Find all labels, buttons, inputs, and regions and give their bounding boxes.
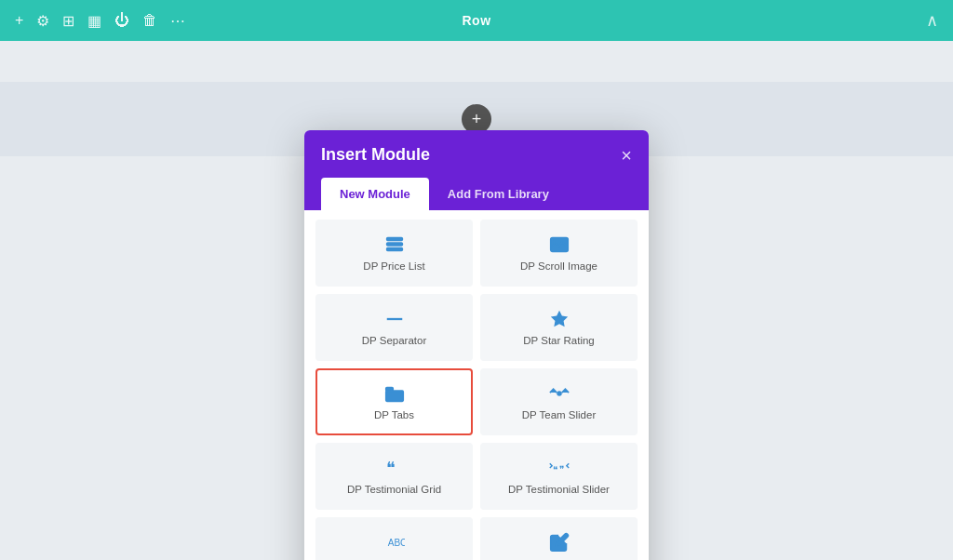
module-label: DP Price List [363, 260, 424, 272]
module-item-dp-text-highlighter[interactable]: DP Text Highlighter [480, 517, 638, 560]
module-item-dp-text-animator[interactable]: ABC DP Text Animator [315, 517, 473, 560]
modal-close-button[interactable]: × [621, 146, 632, 165]
svg-rect-0 [386, 238, 402, 241]
module-item-dp-scroll-image[interactable]: DP Scroll Image [480, 220, 638, 287]
toolbar-left: + ⚙ ⊞ ▦ ⏻ 🗑 ⋯ [15, 12, 185, 30]
toolbar-title: Row [462, 13, 490, 28]
module-label: DP Star Rating [523, 335, 595, 346]
layout-icon[interactable]: ⊞ [62, 12, 74, 30]
svg-rect-1 [386, 243, 402, 246]
svg-point-10 [557, 391, 562, 396]
tab-new-module[interactable]: New Module [321, 178, 429, 210]
quote-arrows-icon: ❝ ❞ [549, 458, 570, 478]
module-item-dp-price-list[interactable]: DP Price List [315, 220, 473, 287]
text-anim-icon: ABC [384, 532, 405, 553]
modal-header: Insert Module × New Module Add From Libr… [304, 130, 649, 210]
list-icon [384, 234, 405, 255]
star-icon [549, 309, 570, 329]
separator-icon [384, 309, 405, 329]
dots-icon[interactable]: ⋯ [170, 12, 185, 30]
module-grid: DP Price List DP Scroll Image [315, 220, 638, 560]
gear-icon[interactable]: ⚙ [36, 12, 49, 30]
modal-body[interactable]: DP Price List DP Scroll Image [304, 210, 649, 560]
toolbar: + ⚙ ⊞ ▦ ⏻ 🗑 ⋯ Row ∧ [0, 0, 953, 41]
svg-point-4 [554, 240, 557, 243]
module-label: DP Testimonial Slider [508, 484, 610, 495]
module-item-dp-testimonial-slider[interactable]: ❝ ❞ DP Testimonial Slider [480, 443, 638, 510]
tab-add-from-library[interactable]: Add From Library [429, 178, 568, 210]
add-icon[interactable]: + [15, 12, 23, 29]
power-icon[interactable]: ⏻ [114, 12, 129, 29]
trash-icon[interactable]: 🗑 [142, 12, 157, 29]
tabs-icon [384, 383, 405, 404]
modal-title: Insert Module [321, 145, 430, 165]
svg-marker-6 [550, 311, 567, 327]
quote-icon: ❝ [384, 458, 405, 478]
arrows-icon [549, 383, 570, 404]
svg-text:❝ ❞: ❝ ❞ [552, 464, 564, 474]
modal-title-row: Insert Module × [321, 145, 632, 165]
module-item-dp-testimonial-grid[interactable]: ❝ DP Testimonial Grid [315, 443, 473, 510]
insert-module-modal: Insert Module × New Module Add From Libr… [304, 130, 649, 560]
image-icon [549, 234, 570, 255]
module-label: DP Testimonial Grid [347, 484, 441, 495]
collapse-icon[interactable]: ∧ [926, 10, 938, 31]
plus-icon: + [472, 110, 482, 129]
module-item-dp-separator[interactable]: DP Separator [315, 294, 473, 361]
module-item-dp-tabs[interactable]: DP Tabs [315, 368, 473, 435]
svg-rect-8 [385, 391, 402, 401]
svg-text:ABC: ABC [387, 538, 404, 548]
canvas: + Insert Module × New Module Add From Li… [0, 41, 953, 560]
module-label: DP Separator [362, 335, 426, 346]
pencil-icon [549, 532, 570, 553]
modal-tabs: New Module Add From Library [321, 178, 632, 210]
module-label: DP Tabs [374, 409, 414, 420]
module-item-dp-team-slider[interactable]: DP Team Slider [480, 368, 638, 435]
module-label: DP Scroll Image [520, 260, 597, 272]
grid-icon[interactable]: ▦ [87, 12, 101, 30]
module-item-dp-star-rating[interactable]: DP Star Rating [480, 294, 638, 361]
svg-text:❝: ❝ [385, 459, 395, 477]
svg-rect-2 [386, 248, 402, 251]
module-label: DP Team Slider [522, 409, 596, 420]
